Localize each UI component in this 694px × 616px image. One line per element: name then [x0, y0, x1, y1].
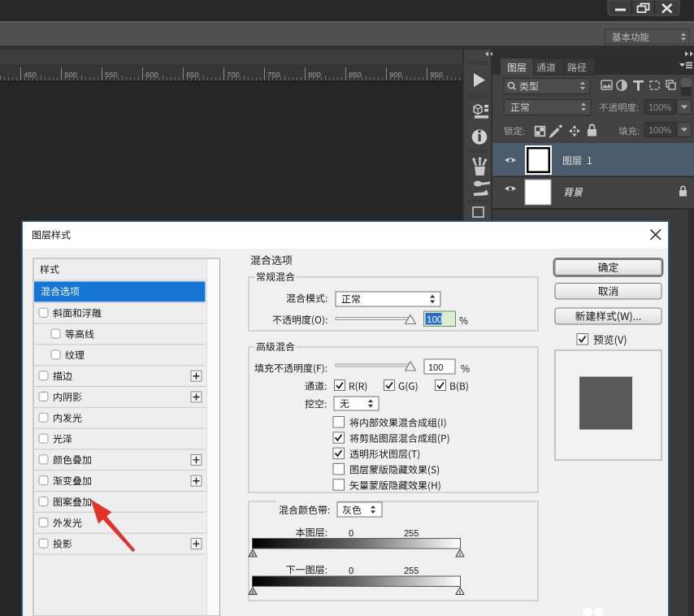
svg-text:100: 100 — [428, 362, 443, 372]
svg-text:950: 950 — [430, 70, 443, 79]
svg-text:100%: 100% — [648, 102, 671, 112]
svg-text:100%: 100% — [648, 125, 671, 135]
svg-text:0: 0 — [349, 566, 354, 575]
svg-text:600: 600 — [145, 70, 158, 79]
svg-text:800: 800 — [308, 70, 321, 79]
svg-text:850: 850 — [349, 70, 362, 79]
svg-text:750: 750 — [267, 70, 280, 79]
svg-text:0: 0 — [349, 528, 354, 538]
svg-text:255: 255 — [404, 566, 419, 575]
svg-text:550: 550 — [105, 70, 118, 79]
svg-text:500: 500 — [64, 70, 77, 79]
svg-text:700: 700 — [227, 70, 240, 79]
svg-text:100: 100 — [427, 315, 442, 324]
svg-text:450: 450 — [24, 70, 37, 79]
svg-text:255: 255 — [404, 528, 419, 538]
svg-text:650: 650 — [186, 70, 199, 79]
svg-text:900: 900 — [389, 70, 402, 79]
